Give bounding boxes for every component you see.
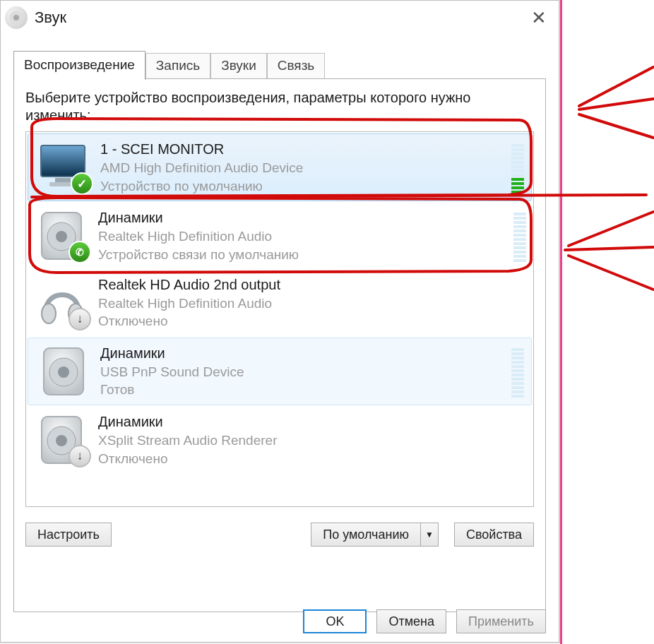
- instructions-text: Выберите устройство воспроизведения, пар…: [25, 89, 534, 124]
- set-default-label: По умолчанию: [311, 523, 420, 546]
- device-status: Отключено: [98, 450, 526, 468]
- speaker-icon: [34, 344, 95, 399]
- volume-meter: [511, 141, 524, 193]
- set-default-button[interactable]: По умолчанию ▼: [311, 523, 439, 547]
- device-text: ДинамикиXSplit Stream Audio RendererОткл…: [93, 412, 526, 467]
- device-subtitle: AMD High Definition Audio Device: [100, 159, 504, 177]
- device-item[interactable]: ✓1 - SCEI MONITORAMD High Definition Aud…: [28, 133, 532, 201]
- device-item[interactable]: ДинамикиUSB PnP Sound DeviceГотов: [28, 338, 532, 405]
- annotation-crop-line: [560, 0, 562, 644]
- volume-meter: [511, 345, 524, 398]
- close-icon: ✕: [531, 7, 547, 29]
- device-title: Динамики: [98, 208, 506, 227]
- tab-recording[interactable]: Запись: [145, 53, 210, 79]
- speaker-icon: ✆: [32, 208, 93, 263]
- svg-rect-2: [41, 145, 85, 177]
- volume-meter: [513, 210, 526, 262]
- tab-sounds[interactable]: Звуки: [210, 53, 267, 79]
- device-item[interactable]: ↓ДинамикиXSplit Stream Audio RendererОтк…: [26, 407, 533, 473]
- sound-dialog: Звук ✕ Воспроизведение Запись Звуки Связ…: [0, 0, 559, 643]
- svg-rect-3: [55, 178, 71, 182]
- device-status: Устройство связи по умолчанию: [98, 246, 506, 264]
- device-text: ДинамикиRealtek High Definition AudioУст…: [93, 208, 506, 263]
- default-check-icon: ✓: [71, 172, 93, 195]
- svg-point-7: [56, 231, 67, 242]
- headphones-icon: ↓: [32, 275, 93, 330]
- svg-point-8: [42, 304, 56, 323]
- tab-playback[interactable]: Воспроизведение: [13, 51, 145, 80]
- disabled-arrow-icon: ↓: [69, 308, 91, 330]
- device-status: Готов: [100, 381, 504, 399]
- device-subtitle: Realtek High Definition Audio: [98, 294, 526, 313]
- device-text: Realtek HD Audio 2nd outputRealtek High …: [93, 275, 526, 330]
- chevron-down-icon[interactable]: ▼: [420, 523, 438, 546]
- app-icon: [5, 6, 28, 29]
- device-title: Realtek HD Audio 2nd output: [98, 275, 526, 294]
- device-item[interactable]: ✆ДинамикиRealtek High Definition AudioУс…: [26, 203, 533, 269]
- device-status: Отключено: [98, 312, 526, 330]
- titlebar[interactable]: Звук ✕: [1, 1, 559, 35]
- device-item[interactable]: ↓Realtek HD Audio 2nd outputRealtek High…: [26, 270, 533, 336]
- device-text: 1 - SCEI MONITORAMD High Definition Audi…: [95, 140, 504, 195]
- device-text: ДинамикиUSB PnP Sound DeviceГотов: [95, 344, 504, 399]
- device-title: Динамики: [100, 344, 504, 363]
- device-subtitle: Realtek High Definition Audio: [98, 227, 506, 246]
- device-title: 1 - SCEI MONITOR: [100, 140, 504, 159]
- svg-point-15: [56, 435, 67, 446]
- device-button-row: Настроить По умолчанию ▼ Свойства: [25, 523, 534, 547]
- apply-button[interactable]: Применить: [456, 609, 546, 633]
- device-subtitle: XSplit Stream Audio Renderer: [98, 431, 526, 450]
- svg-point-1: [13, 15, 19, 20]
- dialog-button-row: OK Отмена Применить: [303, 609, 546, 633]
- close-button[interactable]: ✕: [523, 2, 554, 33]
- properties-button[interactable]: Свойства: [454, 523, 534, 547]
- cancel-button[interactable]: Отмена: [376, 609, 446, 633]
- device-status: Устройство по умолчанию: [100, 177, 504, 196]
- configure-button[interactable]: Настроить: [25, 523, 112, 547]
- window-title: Звук: [35, 8, 523, 27]
- tab-strip: Воспроизведение Запись Звуки Связь: [13, 50, 546, 78]
- speaker-icon: ↓: [32, 412, 93, 467]
- tab-communications[interactable]: Связь: [267, 53, 326, 79]
- device-title: Динамики: [98, 412, 526, 431]
- tab-content: Выберите устройство воспроизведения, пар…: [13, 78, 546, 612]
- ok-button[interactable]: OK: [303, 609, 367, 633]
- monitor-icon: ✓: [34, 140, 95, 195]
- device-subtitle: USB PnP Sound Device: [100, 363, 504, 381]
- playback-device-list[interactable]: ✓1 - SCEI MONITORAMD High Definition Aud…: [25, 131, 534, 507]
- svg-point-12: [58, 366, 69, 378]
